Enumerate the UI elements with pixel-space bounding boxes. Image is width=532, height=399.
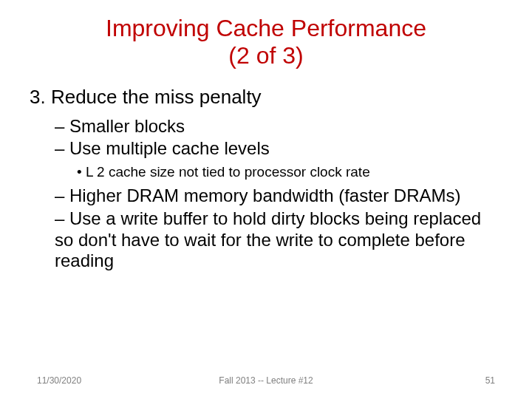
sub-bullet-list: L 2 cache size not tied to processor clo…	[77, 164, 495, 181]
bullet-text: Use a write buffer to hold dirty blocks …	[55, 208, 481, 271]
main-point: 3. Reduce the miss penalty	[30, 86, 495, 109]
footer-date: 11/30/2020	[37, 375, 81, 386]
title-line-2: (2 of 3)	[228, 42, 303, 69]
slide: Improving Cache Performance (2 of 3) 3. …	[0, 0, 532, 399]
footer-lecture: Fall 2013 -- Lecture #12	[219, 375, 313, 386]
bullet-write-buffer: Use a write buffer to hold dirty blocks …	[55, 208, 495, 272]
sub-bullet-text: L 2 cache size not tied to processor clo…	[86, 164, 370, 180]
bullet-text: Use multiple cache levels	[69, 138, 270, 158]
footer-page-number: 51	[485, 375, 495, 386]
bullet-list: Smaller blocks Use multiple cache levels…	[55, 116, 495, 273]
bullet-dram-bandwidth: Higher DRAM memory bandwidth (faster DRA…	[55, 185, 495, 207]
slide-title: Improving Cache Performance (2 of 3)	[37, 15, 495, 69]
title-line-1: Improving Cache Performance	[106, 15, 426, 41]
footer: 11/30/2020 Fall 2013 -- Lecture #12 51	[0, 375, 532, 386]
sub-bullet-l2-cache: L 2 cache size not tied to processor clo…	[77, 164, 495, 181]
bullet-text: Higher DRAM memory bandwidth (faster DRA…	[69, 185, 460, 205]
bullet-text: Smaller blocks	[69, 116, 185, 136]
bullet-smaller-blocks: Smaller blocks	[55, 116, 495, 137]
bullet-multiple-cache-levels: Use multiple cache levels L 2 cache size…	[55, 138, 495, 181]
